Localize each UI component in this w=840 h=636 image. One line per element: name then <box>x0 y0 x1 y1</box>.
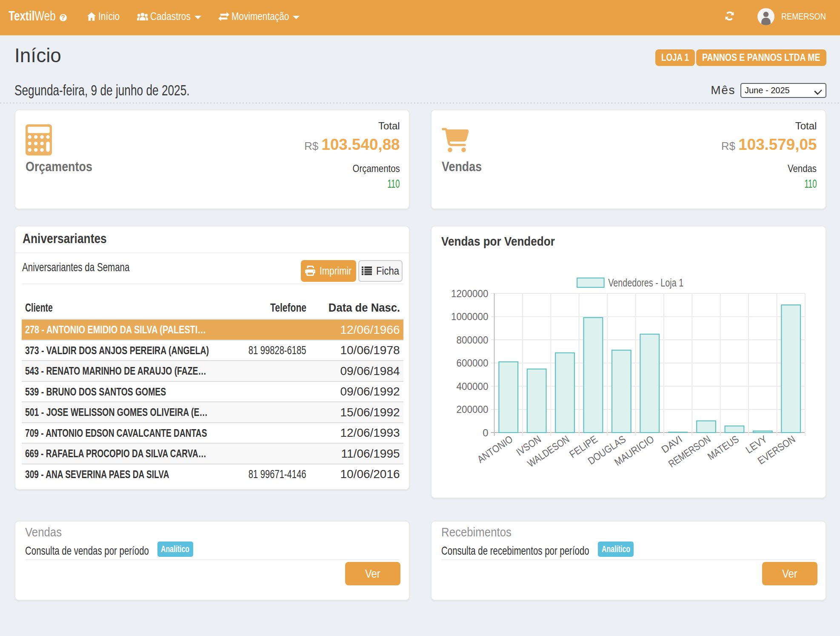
svg-text:400000: 400000 <box>457 381 489 392</box>
svg-text:0: 0 <box>483 427 489 438</box>
svg-text:1000000: 1000000 <box>451 311 489 322</box>
svg-text:200000: 200000 <box>457 404 489 415</box>
svg-text:800000: 800000 <box>457 334 489 346</box>
svg-text:600000: 600000 <box>457 357 489 369</box>
svg-text:Vendedores - Loja 1: Vendedores - Loja 1 <box>609 277 684 289</box>
svg-text:ANTONIO: ANTONIO <box>475 433 515 465</box>
svg-text:1200000: 1200000 <box>451 288 489 299</box>
svg-text:MATEUS: MATEUS <box>706 433 741 462</box>
